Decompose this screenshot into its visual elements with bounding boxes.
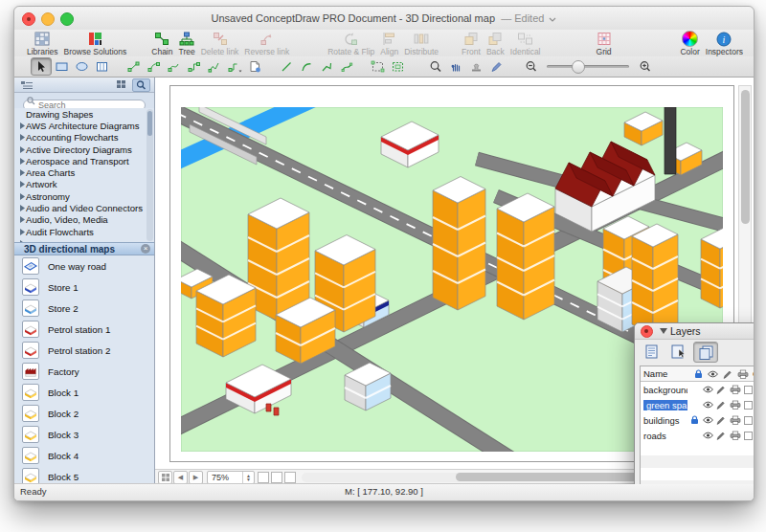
zoom-tool[interactable]	[426, 58, 445, 75]
libraries-button[interactable]: Libraries	[24, 31, 61, 56]
layer-color-checkbox[interactable]	[743, 401, 754, 410]
page-thumb-3[interactable]	[284, 472, 296, 483]
disclosure-triangle-icon[interactable]	[18, 169, 26, 176]
disclosure-triangle-icon[interactable]	[18, 193, 26, 200]
library-item[interactable]: Astronomy	[14, 190, 154, 202]
page-grid-button[interactable]	[158, 471, 172, 484]
layer-name[interactable]: roads	[641, 431, 687, 441]
chevron-down-icon[interactable]	[549, 17, 556, 22]
library-item[interactable]: Audit Flowcharts	[14, 226, 154, 237]
delete-link-button[interactable]: Delete link	[198, 31, 242, 56]
prev-page-button[interactable]: ◀	[173, 471, 188, 484]
disclosure-triangle-icon[interactable]	[660, 328, 667, 334]
layer-color-checkbox[interactable]	[743, 386, 754, 394]
library-scrollbar[interactable]	[146, 109, 153, 241]
disclosure-triangle-icon[interactable]	[18, 134, 26, 141]
layers-title-bar[interactable]: Layers	[635, 323, 754, 340]
library-item[interactable]: Artwork	[14, 179, 154, 190]
layer-edit-icon[interactable]	[714, 415, 728, 425]
zigzag-connector-tool[interactable]	[205, 58, 224, 75]
page-thumb-1[interactable]	[258, 472, 269, 483]
layer-name[interactable]: green spa...	[641, 400, 687, 410]
transform-tool[interactable]	[369, 58, 388, 75]
layers-close-button[interactable]	[641, 325, 653, 338]
curve-connector-tool[interactable]	[165, 58, 184, 75]
zoom-in-button[interactable]	[636, 58, 655, 75]
stencil-item[interactable]: Factory	[14, 361, 154, 382]
stamp-tool[interactable]	[466, 58, 485, 75]
stencil-item[interactable]: Block 4	[14, 445, 154, 466]
library-item[interactable]: Active Directory Diagrams	[14, 144, 154, 155]
layer-print-icon[interactable]	[728, 431, 743, 440]
outline-view-button[interactable]	[18, 79, 34, 91]
identical-button[interactable]: Identical	[507, 31, 544, 56]
layer-print-icon[interactable]	[728, 400, 743, 410]
layer-name[interactable]: buildings	[641, 415, 687, 426]
zoom-level-control[interactable]: 75% ▲▼	[207, 471, 255, 484]
layer-visible-icon[interactable]	[701, 432, 714, 439]
disclosure-triangle-icon[interactable]	[18, 146, 26, 153]
stencil-item[interactable]: Petrol station 2	[14, 340, 154, 361]
stencil-item[interactable]: Store 1	[14, 277, 154, 298]
zoom-slider[interactable]	[547, 65, 629, 68]
layer-edit-icon[interactable]	[714, 400, 728, 410]
layer-row[interactable]: background	[641, 382, 754, 397]
distribute-button[interactable]: Distribute	[401, 31, 441, 56]
tree-button[interactable]: Tree	[176, 31, 198, 56]
inspectors-button[interactable]: i Inspectors	[703, 31, 746, 56]
rectangle-tool[interactable]	[53, 58, 72, 75]
frame-tool[interactable]	[93, 58, 112, 75]
disclosure-triangle-icon[interactable]	[18, 122, 26, 129]
reverse-link-button[interactable]: Reverse link	[241, 31, 292, 56]
stencil-item[interactable]: Block 1	[14, 382, 154, 403]
layer-edit-icon[interactable]	[714, 431, 728, 440]
layer-visible-icon[interactable]	[701, 416, 714, 424]
disclosure-triangle-icon[interactable]	[18, 181, 26, 188]
layer-color-checkbox[interactable]	[743, 416, 754, 425]
disclosure-triangle-icon[interactable]	[18, 205, 26, 211]
stencil-item[interactable]: Block 3	[14, 424, 154, 445]
disclosure-triangle-icon[interactable]	[18, 158, 26, 165]
layer-properties-button[interactable]	[640, 342, 663, 361]
layer-visible-icon[interactable]	[701, 386, 714, 393]
front-button[interactable]: Front	[459, 31, 484, 56]
crop-tool[interactable]	[389, 58, 408, 75]
back-button[interactable]: Back	[484, 31, 507, 56]
layer-name[interactable]: background	[641, 385, 687, 395]
browse-solutions-button[interactable]: Browse Solutions	[61, 31, 130, 56]
layer-print-icon[interactable]	[728, 415, 743, 425]
rotate-flip-button[interactable]: Rotate & Flip	[325, 31, 377, 56]
layer-edit-icon[interactable]	[714, 385, 728, 394]
layer-visible-icon[interactable]	[701, 401, 714, 409]
zoom-stepper[interactable]: ▲▼	[242, 472, 254, 483]
ellipse-tool[interactable]	[73, 58, 92, 75]
sidebar-search-button[interactable]	[132, 78, 150, 92]
layers-list-button[interactable]	[693, 342, 718, 363]
next-page-button[interactable]: ▶	[189, 471, 203, 484]
chain-button[interactable]: Chain	[148, 31, 175, 56]
smart-connector-tool[interactable]	[225, 58, 244, 75]
pan-tool[interactable]	[446, 58, 465, 75]
arc-tool[interactable]	[297, 58, 316, 75]
zoom-slider-knob[interactable]	[572, 60, 585, 74]
stencil-item[interactable]: Store 2	[14, 298, 154, 319]
library-item[interactable]: Accounting Flowcharts	[14, 132, 154, 144]
stencil-item[interactable]: Block 5	[14, 466, 154, 484]
layer-row[interactable]: green spa...	[641, 397, 754, 412]
library-item[interactable]: Audio, Video, Media	[14, 214, 154, 226]
layer-print-icon[interactable]	[728, 385, 743, 394]
elbow-connector-tool[interactable]	[185, 58, 204, 75]
document-tool[interactable]	[245, 58, 264, 75]
disclosure-triangle-icon[interactable]	[18, 216, 26, 223]
color-button[interactable]: Color	[677, 31, 702, 56]
select-layer-objects-button[interactable]	[666, 342, 689, 361]
section-header-3d-directional-maps[interactable]: 3D directional maps ×	[14, 242, 154, 255]
arc-connector-tool[interactable]	[145, 58, 164, 75]
library-item[interactable]: Drawing Shapes	[14, 108, 154, 120]
polyline-tool[interactable]	[317, 58, 336, 75]
disclosure-triangle-icon[interactable]	[18, 229, 26, 235]
stencil-item[interactable]: One way road	[14, 255, 154, 277]
page-thumb-2[interactable]	[271, 472, 282, 483]
section-close-icon[interactable]: ×	[141, 244, 150, 254]
grid-button[interactable]: Grid	[594, 31, 615, 56]
